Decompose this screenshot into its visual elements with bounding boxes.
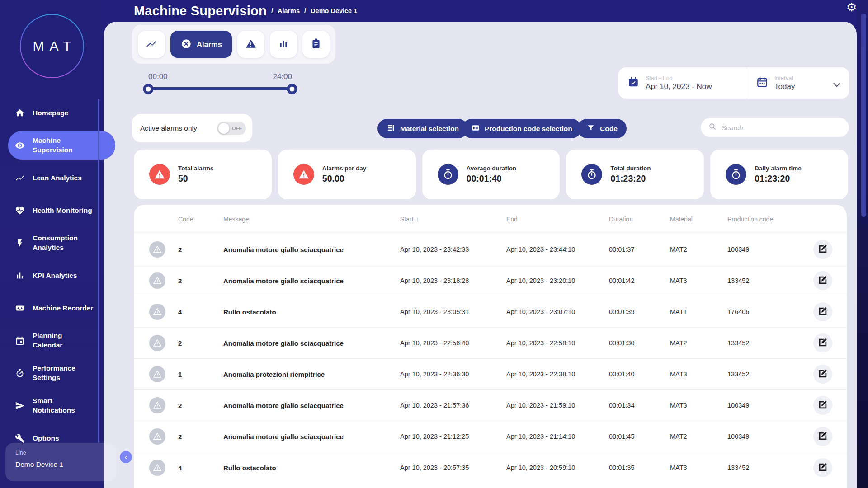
code-filter-button[interactable]: Code (577, 119, 627, 138)
alarm-code: 2 (172, 339, 217, 347)
alarm-message: Anomalia motore giallo sciacquatrice (217, 339, 397, 347)
interval-picker[interactable]: Interval Today (747, 67, 849, 99)
bar-chart-icon (15, 271, 25, 281)
active-alarms-toggle[interactable]: OFF (217, 122, 246, 135)
tab-report[interactable] (302, 31, 330, 58)
alarm-triangle-icon (149, 397, 165, 413)
trend-icon (146, 38, 157, 51)
slider-thumb-end[interactable] (287, 84, 297, 94)
sidebar-item-kpi-analytics[interactable]: KPI Analytics (0, 259, 104, 292)
sidebar-item-machine-recorder[interactable]: Machine Recorder (0, 292, 104, 324)
breadcrumb-separator: / (304, 7, 306, 14)
open-alarm-detail-button[interactable] (813, 240, 832, 259)
page-title: Machine Supervision (134, 4, 267, 19)
open-alarm-detail-button[interactable] (813, 271, 832, 290)
table-header: Code Message Start↓ End Duration Materia… (134, 205, 847, 234)
stat-alarms-per-day: Alarms per day50.00 (278, 150, 416, 199)
stat-average-duration: Average duration00:01:40 (422, 150, 560, 199)
table-row[interactable]: 2 Anomalia motore giallo sciacquatrice A… (134, 389, 847, 421)
breadcrumb-separator: / (271, 7, 273, 14)
start-end-picker[interactable]: Start - End Apr 10, 2023 - Now (618, 67, 747, 99)
table-row[interactable]: 1 Anomalia protezioni riempitrice Apr 10… (134, 358, 847, 389)
stopwatch-icon (581, 164, 602, 185)
toggle-knob (218, 123, 229, 134)
breadcrumb-device[interactable]: Demo Device 1 (311, 7, 357, 14)
col-header-code: Code (172, 216, 217, 223)
interval-label: Interval (774, 75, 795, 81)
gauge-icon (15, 368, 25, 378)
clipboard-icon (310, 38, 322, 51)
table-row[interactable]: 4 Rullo ostacolato Apr 10, 2023 - 20:57:… (134, 452, 847, 483)
search-input[interactable] (722, 124, 842, 131)
alarm-code: 2 (172, 402, 217, 409)
alarm-end: Apr 10, 2023 - 21:59:10 (504, 402, 605, 409)
alarm-code: 2 (172, 433, 217, 441)
breadcrumb-alarms[interactable]: Alarms (278, 7, 300, 14)
alarm-material: MAT2 (666, 339, 723, 347)
alarm-end: Apr 10, 2023 - 21:14:10 (504, 433, 605, 440)
device-name: Demo Device 1 (15, 460, 106, 469)
open-alarm-detail-button[interactable] (813, 427, 832, 446)
sidebar-scrollbar[interactable] (98, 99, 99, 443)
alarm-message: Rullo ostacolato (217, 308, 397, 316)
eye-icon (15, 141, 25, 150)
stats-row: Total alarms50 Alarms per day50.00 Avera… (134, 150, 848, 199)
sidebar-item-planning-calendar[interactable]: Planning Calendar (0, 324, 104, 357)
alarm-triangle-icon (149, 335, 165, 351)
alarm-material: MAT2 (666, 433, 723, 440)
sidebar-item-homepage[interactable]: Homepage (0, 97, 104, 129)
open-alarm-detail-button[interactable] (813, 333, 832, 352)
sort-desc-icon: ↓ (416, 216, 420, 223)
slider-thumb-start[interactable] (143, 84, 154, 94)
sidebar-item-consumption-analytics[interactable]: Consumption Analytics (0, 227, 104, 259)
device-selector-card[interactable]: Line Demo Device 1 (5, 443, 116, 481)
alarm-start: Apr 10, 2023 - 22:36:30 (397, 371, 504, 378)
sidebar-nav: Homepage Machine Supervision Lean Analyt… (0, 97, 104, 455)
col-header-start[interactable]: Start↓ (397, 216, 504, 223)
page-scrollbar-track[interactable] (857, 0, 868, 488)
table-row[interactable]: 2 Anomalia motore giallo sciacquatrice A… (134, 234, 847, 265)
table-row[interactable]: 4 Rullo ostacolato Apr 10, 2023 - 23:05:… (134, 296, 847, 327)
sidebar-item-performance-settings[interactable]: Performance Settings (0, 357, 104, 389)
open-alarm-detail-button[interactable] (813, 458, 832, 477)
alarm-message: Anomalia motore giallo sciacquatrice (217, 402, 397, 409)
sidebar-collapse-button[interactable]: ‹ (120, 451, 132, 463)
alarm-start: Apr 10, 2023 - 20:57:35 (397, 464, 504, 471)
alarm-duration: 00:01:40 (605, 371, 666, 378)
slider-track[interactable] (148, 87, 292, 90)
cassette-icon (15, 303, 25, 313)
open-alarm-detail-button[interactable] (813, 302, 832, 321)
sidebar-item-health-monitoring[interactable]: Health Monitoring (0, 194, 104, 227)
settings-gear-icon[interactable]: ⚙ (846, 0, 857, 14)
alarm-code: 2 (172, 246, 217, 253)
alarm-duration: 00:01:42 (605, 277, 666, 284)
alarm-triangle-icon (149, 164, 170, 185)
send-icon (15, 401, 25, 411)
page-scrollbar-thumb[interactable] (861, 14, 866, 217)
material-selection-button[interactable]: Material selection (377, 119, 468, 138)
table-row[interactable]: 2 Anomalia motore giallo sciacquatrice A… (134, 421, 847, 452)
alarm-triangle-icon (149, 428, 165, 445)
table-row[interactable]: 2 Anomalia motore giallo sciacquatrice A… (134, 265, 847, 296)
production-code-selection-button[interactable]: Production code selection (462, 119, 581, 138)
tab-statistics[interactable] (270, 31, 297, 58)
table-row[interactable]: 2 Anomalia motore giallo sciacquatrice A… (134, 327, 847, 358)
sidebar-item-smart-notifications[interactable]: Smart Notifications (0, 389, 104, 422)
edit-square-icon (818, 244, 828, 255)
sidebar-item-lean-analytics[interactable]: Lean Analytics (0, 162, 104, 194)
alarm-end: Apr 10, 2023 - 22:38:10 (504, 371, 605, 378)
tab-warnings[interactable] (237, 31, 264, 58)
open-alarm-detail-button[interactable] (813, 365, 832, 384)
slider-start-label: 00:00 (148, 72, 168, 81)
alarm-duration: 00:01:37 (605, 246, 666, 253)
open-alarm-detail-button[interactable] (813, 396, 832, 415)
material-icon (387, 123, 396, 134)
alarm-material: MAT2 (666, 246, 723, 253)
alarm-production-code: 133452 (723, 277, 809, 284)
heart-pulse-icon (15, 206, 25, 216)
tab-trends[interactable] (138, 31, 165, 58)
col-header-material: Material (666, 216, 723, 223)
tab-alarms-active[interactable]: Alarms (170, 31, 232, 58)
alarm-material: MAT3 (666, 464, 723, 471)
col-header-duration: Duration (605, 216, 666, 223)
